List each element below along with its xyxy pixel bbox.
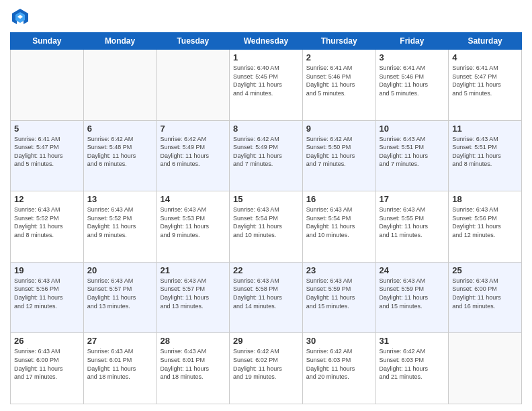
calendar-cell — [449, 333, 522, 404]
calendar-cell: 17Sunrise: 6:43 AMSunset: 5:55 PMDayligh… — [375, 191, 449, 263]
day-number: 1 — [233, 52, 299, 62]
day-info: Daylight: 11 hours — [380, 81, 445, 89]
day-info: and 11 minutes. — [380, 231, 445, 240]
day-info: and 12 minutes. — [14, 302, 80, 311]
calendar-cell: 3Sunrise: 6:41 AMSunset: 5:46 PMDaylight… — [375, 50, 449, 121]
day-info: Sunset: 6:01 PM — [160, 356, 226, 365]
day-info: Sunset: 5:52 PM — [14, 214, 80, 223]
weekday-header-sunday: Sunday — [11, 33, 84, 50]
calendar-cell: 16Sunrise: 6:43 AMSunset: 5:54 PMDayligh… — [302, 191, 375, 263]
calendar-cell — [83, 50, 157, 121]
day-info: Sunset: 5:51 PM — [380, 143, 445, 152]
day-info: Sunset: 5:47 PM — [452, 73, 518, 81]
calendar-cell: 1Sunrise: 6:40 AMSunset: 5:45 PMDaylight… — [230, 50, 303, 121]
day-info: Sunrise: 6:42 AM — [233, 135, 299, 144]
day-info: Daylight: 11 hours — [380, 152, 445, 161]
weekday-header-wednesday: Wednesday — [230, 33, 303, 50]
calendar-week-row: 12Sunrise: 6:43 AMSunset: 5:52 PMDayligh… — [11, 191, 522, 263]
day-info: Daylight: 11 hours — [306, 293, 372, 302]
day-number: 29 — [233, 336, 299, 346]
day-info: and 21 minutes. — [380, 373, 445, 381]
day-info: Sunset: 5:53 PM — [160, 214, 226, 223]
day-number: 27 — [87, 336, 153, 346]
day-info: and 5 minutes. — [306, 89, 372, 98]
day-info: Sunrise: 6:42 AM — [233, 347, 299, 356]
day-info: Sunset: 5:57 PM — [87, 285, 153, 293]
calendar-cell: 25Sunrise: 6:43 AMSunset: 6:00 PMDayligh… — [449, 262, 522, 333]
day-number: 25 — [452, 265, 518, 275]
day-info: Sunrise: 6:43 AM — [160, 347, 226, 356]
day-info: Sunrise: 6:43 AM — [87, 277, 153, 285]
day-info: Sunrise: 6:42 AM — [380, 347, 445, 356]
day-number: 17 — [380, 194, 445, 204]
day-info: and 10 minutes. — [306, 231, 372, 240]
calendar-cell: 12Sunrise: 6:43 AMSunset: 5:52 PMDayligh… — [11, 191, 84, 263]
calendar-cell: 24Sunrise: 6:43 AMSunset: 5:59 PMDayligh… — [375, 262, 449, 333]
day-info: and 13 minutes. — [160, 302, 226, 311]
day-number: 21 — [160, 265, 226, 275]
weekday-header-thursday: Thursday — [302, 33, 375, 50]
day-number: 22 — [233, 265, 299, 275]
day-info: Daylight: 11 hours — [452, 222, 518, 231]
calendar-week-row: 1Sunrise: 6:40 AMSunset: 5:45 PMDaylight… — [11, 50, 522, 121]
day-info: Sunset: 5:59 PM — [306, 285, 372, 293]
day-info: Daylight: 11 hours — [452, 81, 518, 89]
day-info: Daylight: 11 hours — [306, 365, 372, 373]
day-info: and 5 minutes. — [452, 89, 518, 98]
day-info: Daylight: 11 hours — [380, 293, 445, 302]
calendar-cell: 19Sunrise: 6:43 AMSunset: 5:56 PMDayligh… — [11, 262, 84, 333]
day-info: Sunset: 6:00 PM — [14, 356, 80, 365]
calendar-cell: 20Sunrise: 6:43 AMSunset: 5:57 PMDayligh… — [83, 262, 157, 333]
day-info: Sunrise: 6:42 AM — [306, 347, 372, 356]
calendar-cell: 4Sunrise: 6:41 AMSunset: 5:47 PMDaylight… — [449, 50, 522, 121]
day-info: Sunset: 5:52 PM — [87, 214, 153, 223]
day-info: Daylight: 11 hours — [452, 293, 518, 302]
day-number: 16 — [306, 194, 372, 204]
day-info: Sunset: 5:54 PM — [233, 214, 299, 223]
weekday-header-tuesday: Tuesday — [157, 33, 230, 50]
day-info: Sunrise: 6:42 AM — [87, 135, 153, 144]
day-info: Sunset: 5:48 PM — [87, 143, 153, 152]
calendar-header-row: SundayMondayTuesdayWednesdayThursdayFrid… — [11, 33, 522, 50]
day-number: 7 — [160, 124, 226, 134]
calendar-cell: 23Sunrise: 6:43 AMSunset: 5:59 PMDayligh… — [302, 262, 375, 333]
day-info: Sunrise: 6:43 AM — [14, 347, 80, 356]
day-info: Sunset: 5:56 PM — [14, 285, 80, 293]
day-info: Daylight: 11 hours — [87, 222, 153, 231]
day-number: 12 — [14, 194, 80, 204]
day-info: Sunset: 6:03 PM — [306, 356, 372, 365]
day-info: Sunrise: 6:42 AM — [160, 135, 226, 144]
day-number: 18 — [452, 194, 518, 204]
day-info: Daylight: 11 hours — [160, 222, 226, 231]
day-info: Daylight: 11 hours — [233, 222, 299, 231]
day-info: Sunset: 5:56 PM — [452, 214, 518, 223]
day-info: and 20 minutes. — [306, 373, 372, 381]
logo — [10, 7, 33, 27]
day-number: 2 — [306, 52, 372, 62]
calendar-week-row: 5Sunrise: 6:41 AMSunset: 5:47 PMDaylight… — [11, 120, 522, 191]
day-number: 10 — [380, 124, 445, 134]
day-info: and 8 minutes. — [14, 231, 80, 240]
day-info: Daylight: 11 hours — [87, 293, 153, 302]
day-info: Sunrise: 6:43 AM — [233, 205, 299, 214]
day-info: Sunrise: 6:43 AM — [452, 277, 518, 285]
day-info: Sunrise: 6:40 AM — [233, 64, 299, 73]
day-number: 24 — [380, 265, 445, 275]
day-number: 9 — [306, 124, 372, 134]
day-info: Sunrise: 6:43 AM — [380, 277, 445, 285]
day-number: 23 — [306, 265, 372, 275]
calendar-cell: 10Sunrise: 6:43 AMSunset: 5:51 PMDayligh… — [375, 120, 449, 191]
day-info: Daylight: 11 hours — [233, 365, 299, 373]
day-info: and 13 minutes. — [87, 302, 153, 311]
day-info: Sunset: 5:55 PM — [380, 214, 445, 223]
day-info: Sunrise: 6:43 AM — [233, 277, 299, 285]
day-info: and 19 minutes. — [233, 373, 299, 381]
day-info: Sunset: 6:01 PM — [87, 356, 153, 365]
day-number: 11 — [452, 124, 518, 134]
weekday-header-friday: Friday — [375, 33, 449, 50]
day-info: Sunset: 5:47 PM — [14, 143, 80, 152]
day-info: and 6 minutes. — [87, 160, 153, 169]
day-info: Sunset: 5:49 PM — [233, 143, 299, 152]
day-info: Sunset: 5:57 PM — [160, 285, 226, 293]
day-info: Daylight: 11 hours — [14, 365, 80, 373]
